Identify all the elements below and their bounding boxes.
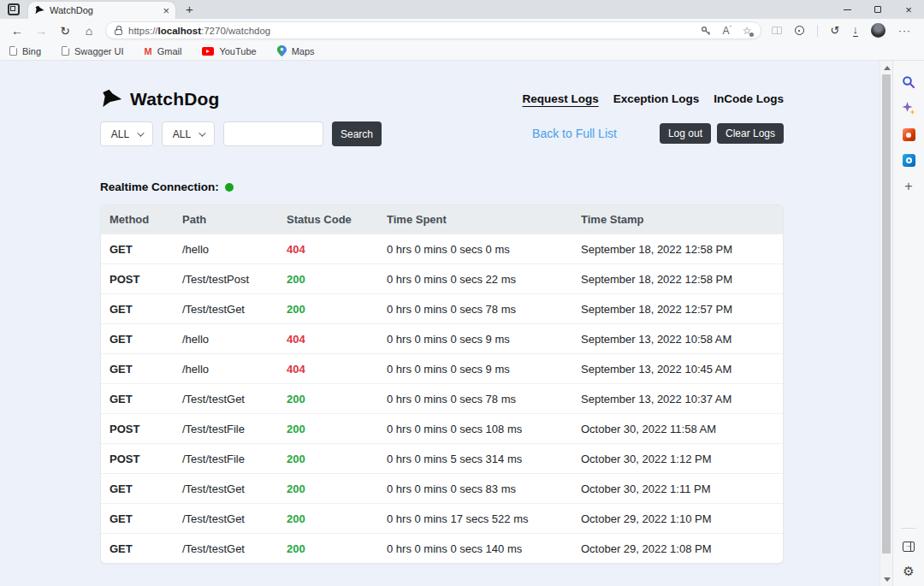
col-time-stamp: Time Stamp	[581, 213, 783, 226]
browser-window: WatchDog × + × ← → ↻ ⌂ https://localhost…	[0, 0, 924, 586]
table-row[interactable]: POST /Test/testPost 200 0 hrs 0 mins 0 s…	[101, 263, 783, 293]
browser-tab[interactable]: WatchDog ×	[28, 2, 175, 19]
table-row[interactable]: GET /hello 404 0 hrs 0 mins 0 secs 9 ms …	[101, 353, 783, 383]
title-bar: WatchDog × + ×	[0, 0, 924, 19]
table-row[interactable]: GET /hello 404 0 hrs 0 mins 0 secs 9 ms …	[101, 323, 783, 353]
read-aloud-icon[interactable]: Aˆ	[722, 25, 731, 36]
password-key-icon[interactable]	[701, 26, 711, 36]
page-scrollbar[interactable]	[880, 61, 892, 586]
maps-pin-icon	[277, 45, 287, 56]
address-bar-icons: Aˆ ☆	[701, 25, 751, 36]
minimize-icon	[844, 9, 851, 10]
refresh-icon[interactable]: ↻	[54, 24, 76, 38]
main-area: WatchDog ALL ALL Search Request Logs Exc	[0, 61, 924, 586]
clear-logs-button[interactable]: Clear Logs	[717, 123, 784, 144]
method-filter-select[interactable]: ALL	[100, 121, 153, 146]
realtime-connection: Realtime Connection:	[100, 181, 784, 193]
table-row[interactable]: GET /Test/testGet 200 0 hrs 0 mins 17 se…	[101, 503, 783, 533]
header-actions: Back to Full List Log out Clear Logs	[532, 123, 784, 144]
chevron-down-icon	[198, 129, 205, 136]
bookmarks-bar: Bing Swagger UI MGmail YouTube Maps	[0, 42, 924, 61]
downloads-icon[interactable]: ↓	[853, 24, 859, 37]
close-button[interactable]: ×	[893, 0, 924, 19]
sidebar-discover-sparkle-icon[interactable]	[902, 102, 915, 115]
youtube-icon	[202, 47, 214, 56]
sidebar-add-icon[interactable]: +	[904, 180, 912, 193]
search-button[interactable]: Search	[332, 121, 382, 146]
sidebar-divider	[901, 528, 916, 529]
page-title: WatchDog	[130, 89, 220, 110]
page-icon	[9, 46, 17, 56]
tab-actions-menu-icon[interactable]	[8, 3, 20, 15]
header-right: Request Logs Exception Logs InCode Logs …	[522, 88, 784, 144]
back-icon[interactable]: ←	[6, 24, 28, 38]
table-row[interactable]: POST /Test/testFile 200 0 hrs 0 mins 5 s…	[101, 443, 783, 473]
brand-and-filters: WatchDog ALL ALL Search	[100, 88, 382, 146]
col-time-spent: Time Spent	[387, 213, 581, 226]
bookmark-gmail[interactable]: MGmail	[145, 46, 182, 56]
col-status-code: Status Code	[287, 213, 387, 226]
brand: WatchDog	[100, 88, 382, 110]
logout-button[interactable]: Log out	[660, 123, 711, 144]
watchdog-favicon-icon	[34, 5, 44, 15]
bookmark-bing[interactable]: Bing	[9, 46, 41, 56]
minimize-button[interactable]	[832, 0, 862, 19]
col-method: Method	[110, 213, 182, 226]
sidebar-customize-icon[interactable]	[903, 542, 915, 552]
page-content: WatchDog ALL ALL Search Request Logs Exc	[0, 61, 880, 586]
realtime-status-dot	[225, 183, 234, 192]
scroll-up-icon[interactable]	[884, 66, 891, 70]
browser-toolbar: ← → ↻ ⌂ https://localhost:7270/watchdog …	[0, 19, 924, 42]
sidebar-settings-gear-icon[interactable]: ⚙	[903, 565, 914, 577]
favorites-star-icon[interactable]: ☆	[743, 26, 752, 36]
col-path: Path	[182, 213, 287, 226]
status-filter-select[interactable]: ALL	[162, 121, 215, 146]
table-row[interactable]: GET /hello 404 0 hrs 0 mins 0 secs 0 ms …	[101, 234, 783, 263]
request-log-table: Method Path Status Code Time Spent Time …	[100, 204, 784, 564]
address-bar[interactable]: https://localhost:7270/watchdog Aˆ ☆	[105, 21, 761, 39]
chevron-down-icon	[137, 129, 144, 136]
split-screen-icon	[772, 27, 782, 34]
sidebar-search-icon[interactable]	[902, 75, 915, 89]
gmail-icon: M	[145, 46, 152, 56]
tab-close-icon[interactable]: ×	[163, 5, 169, 16]
profile-avatar[interactable]	[871, 23, 886, 38]
sidebar-outlook-icon[interactable]	[903, 154, 915, 167]
table-row[interactable]: GET /Test/testGet 200 0 hrs 0 mins 0 sec…	[101, 383, 783, 413]
toolbar-divider	[817, 25, 818, 37]
search-input[interactable]	[223, 121, 323, 146]
realtime-label: Realtime Connection:	[100, 181, 219, 193]
table-row[interactable]: GET /Test/testGet 200 0 hrs 0 mins 0 sec…	[101, 293, 783, 323]
table-header-row: Method Path Status Code Time Spent Time …	[101, 205, 783, 234]
table-row[interactable]: POST /Test/testFile 200 0 hrs 0 mins 0 s…	[101, 413, 783, 443]
tab-exception-logs[interactable]: Exception Logs	[613, 92, 700, 105]
window-controls: ×	[832, 0, 924, 19]
maximize-icon	[874, 6, 881, 13]
page-header: WatchDog ALL ALL Search Request Logs Exc	[100, 88, 784, 146]
url-text[interactable]: https://localhost:7270/watchdog	[128, 26, 695, 36]
back-to-full-list-link[interactable]: Back to Full List	[532, 127, 617, 140]
tab-title: WatchDog	[50, 5, 157, 15]
extensions-icon[interactable]	[795, 26, 804, 35]
more-menu-icon[interactable]: ···	[898, 26, 911, 36]
bookmark-youtube[interactable]: YouTube	[202, 46, 256, 56]
toolbar-right-icons: ↺ ↓ ···	[772, 23, 911, 38]
forward-icon: →	[30, 24, 52, 38]
sidebar-office-icon[interactable]	[903, 128, 915, 141]
bookmark-swagger-ui[interactable]: Swagger UI	[62, 46, 123, 56]
home-icon[interactable]: ⌂	[78, 24, 100, 38]
tab-incode-logs[interactable]: InCode Logs	[714, 92, 784, 105]
tab-request-logs[interactable]: Request Logs	[522, 92, 598, 105]
edge-sidebar: + ⚙	[892, 61, 924, 586]
table-row[interactable]: GET /Test/testGet 200 0 hrs 0 mins 0 sec…	[101, 473, 783, 503]
scrollbar-thumb[interactable]	[882, 74, 891, 553]
bookmark-maps[interactable]: Maps	[277, 45, 315, 56]
lock-icon[interactable]	[115, 29, 122, 35]
log-nav: Request Logs Exception Logs InCode Logs	[522, 92, 784, 105]
table-row[interactable]: GET /Test/testGet 200 0 hrs 0 mins 0 sec…	[101, 533, 783, 563]
new-tab-icon[interactable]: +	[186, 2, 193, 16]
page-icon	[62, 46, 69, 56]
scroll-down-icon[interactable]	[884, 577, 891, 582]
maximize-button[interactable]	[862, 0, 893, 19]
history-icon[interactable]: ↺	[831, 25, 840, 36]
